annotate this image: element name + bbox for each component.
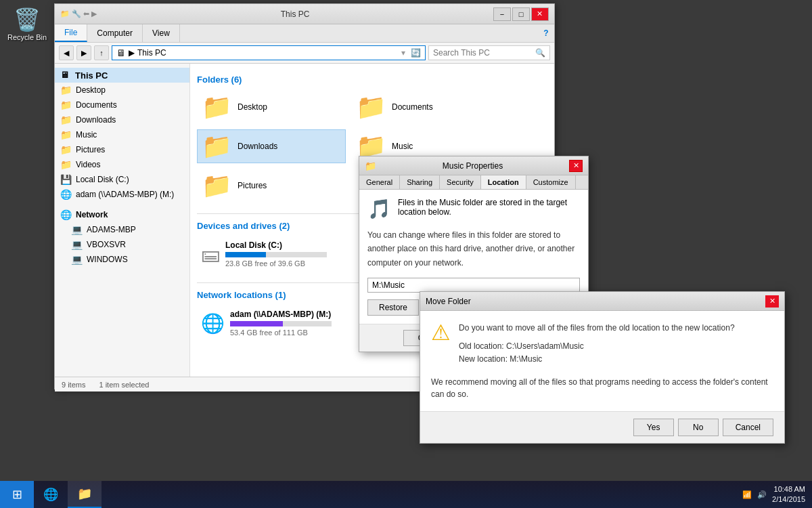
folder-icon-downloads: 📁 [202, 134, 232, 158]
search-icon: 🔍 [535, 48, 545, 58]
sidebar-section-network: 🌐 Network [55, 207, 189, 222]
drive-icon-c: 🖴 [201, 243, 220, 266]
new-location-value: New location: M:\Music [459, 354, 542, 364]
dialog-info-text: You can change where files in this folde… [367, 228, 580, 270]
forward-button[interactable]: ▶ [76, 45, 91, 60]
drive-info-m: adam (\\ADAMS-MBP) (M:) 53.4 GB free of … [230, 310, 342, 337]
sidebar-item-desktop[interactable]: 📁 Desktop [55, 83, 189, 98]
desktop: 🗑️ Recycle Bin 📁 🔧 ⬅ ▶ This PC − □ ✕ Fil… [0, 0, 812, 508]
tab-view[interactable]: View [143, 24, 180, 42]
tab-general[interactable]: General [359, 175, 400, 189]
mf-top-row: ⚠ Do you want to move all of the files f… [431, 322, 773, 366]
folder-icon-documents: 📁 [356, 95, 386, 119]
folder-icon-pictures: 📁 [202, 173, 232, 198]
network-icon: 🌐 [60, 209, 72, 220]
up-button[interactable]: ↑ [94, 45, 109, 60]
sidebar-item-thispc[interactable]: 🖥 This PC [55, 68, 189, 83]
network-drive-icon: 🌐 [60, 189, 72, 200]
tab-computer[interactable]: Computer [87, 24, 143, 42]
dialog-top-row: 🎵 Files in the Music folder are stored i… [367, 198, 580, 220]
taskbar-time: 10:48 AM [772, 484, 805, 494]
computer-network-icon: 💻 [71, 224, 83, 235]
folder-icon: 📁 [60, 129, 72, 140]
drive-item-m[interactable]: 🌐 adam (\\ADAMS-MBP) (M:) 53.4 GB free o… [197, 305, 346, 341]
taskbar-clock: 10:48 AM 2/14/2015 [772, 484, 805, 505]
move-folder-title: Move Folder [426, 297, 471, 306]
back-button[interactable]: ◀ [59, 45, 74, 60]
tab-sharing[interactable]: Sharing [400, 175, 440, 189]
drive-item-c[interactable]: 🖴 Local Disk (C:) 23.8 GB free of 39.6 G… [197, 236, 346, 272]
folder-icon-music: 📁 [356, 134, 386, 158]
tab-file[interactable]: File [55, 24, 87, 42]
minimize-button[interactable]: − [493, 7, 511, 21]
computer-icon: 🖥 [60, 70, 71, 81]
folders-section-title: Folders (6) [197, 75, 547, 85]
drive-info-c: Local Disk (C:) 23.8 GB free of 39.6 GB [225, 240, 342, 268]
close-button[interactable]: ✕ [531, 7, 549, 21]
help-button[interactable]: ? [538, 24, 554, 42]
computer-network-icon: 💻 [71, 239, 83, 250]
warning-icon: ⚠ [431, 322, 451, 343]
dialog-description: Files in the Music folder are stored in … [398, 198, 567, 217]
move-folder-dialog: Move Folder ✕ ⚠ Do you want to move all … [420, 291, 785, 444]
recycle-bin-icon-image: 🗑️ [7, 7, 47, 33]
sidebar-item-networkdrive[interactable]: 🌐 adam (\\ADAMS-MBP) (M:) [55, 187, 189, 202]
sidebar-item-videos[interactable]: 📁 Videos [55, 157, 189, 172]
tab-customize[interactable]: Customize [526, 175, 576, 189]
sidebar-item-pictures[interactable]: 📁 Pictures [55, 142, 189, 157]
drive-icon: 💾 [60, 174, 72, 185]
sidebar-item-documents[interactable]: 📁 Documents [55, 98, 189, 112]
folder-icon-desktop: 📁 [202, 95, 232, 119]
drive-bar-bg-c [225, 252, 327, 257]
maximize-button[interactable]: □ [512, 7, 530, 21]
taskbar: ⊞ 🌐 📁 📶 🔊 10:48 AM 2/14/2015 [0, 481, 812, 508]
music-props-tabs: General Sharing Security Location Custom… [359, 175, 588, 190]
ribbon-tabs: File Computer View ? [55, 24, 554, 42]
address-path[interactable]: 🖥 ▶ This PC ▾ 🔄 [112, 45, 426, 60]
music-props-titlebar: 📁 Music Properties ✕ [359, 156, 588, 175]
sidebar-item-music[interactable]: 📁 Music [55, 127, 189, 142]
folder-icon: 📁 [60, 100, 72, 110]
taskbar-date: 2/14/2015 [772, 494, 805, 505]
mf-recommend-text: We recommend moving all of the files so … [431, 376, 773, 400]
location-path-input[interactable] [367, 278, 580, 293]
start-button[interactable]: ⊞ [0, 481, 34, 508]
taskbar-explorer-button[interactable]: 📁 [68, 481, 102, 508]
recycle-bin-icon[interactable]: 🗑️ Recycle Bin [7, 7, 47, 42]
yes-button[interactable]: Yes [633, 419, 674, 436]
tab-location[interactable]: Location [481, 175, 526, 189]
search-input[interactable] [433, 48, 533, 58]
folder-icon: 📁 [60, 114, 72, 125]
explorer-title: This PC [281, 9, 310, 19]
move-folder-body: ⚠ Do you want to move all of the files f… [420, 311, 784, 411]
restore-button[interactable]: Restore [367, 299, 419, 316]
computer-network-icon: 💻 [71, 254, 83, 265]
folder-item-desktop[interactable]: 📁 Desktop [197, 90, 346, 124]
folder-item-downloads[interactable]: 📁 Downloads [197, 129, 346, 163]
ribbon: File Computer View ? [55, 24, 554, 43]
sidebar-item-vboxsvr[interactable]: 💻 VBOXSVR [55, 237, 189, 252]
status-items: 9 items [62, 381, 85, 389]
move-folder-titlebar: Move Folder ✕ [420, 292, 784, 311]
recycle-bin-label: Recycle Bin [7, 33, 47, 41]
drive-bar-fill-m [230, 321, 283, 326]
mf-question: Do you want to move all of the files fro… [459, 322, 735, 366]
folder-item-pictures[interactable]: 📁 Pictures [197, 169, 346, 203]
folder-item-documents[interactable]: 📁 Documents [351, 90, 500, 124]
taskbar-ie-button[interactable]: 🌐 [34, 481, 68, 508]
taskbar-network-icon: 📶 [742, 490, 752, 499]
tab-security[interactable]: Security [440, 175, 481, 189]
sidebar-item-localdisk[interactable]: 💾 Local Disk (C:) [55, 172, 189, 187]
taskbar-sound-icon: 🔊 [757, 490, 767, 499]
sidebar: 🖥 This PC 📁 Desktop 📁 Documents 📁 Downlo… [55, 64, 190, 377]
move-folder-close-button[interactable]: ✕ [765, 295, 779, 308]
explorer-titlebar: 📁 🔧 ⬅ ▶ This PC − □ ✕ [55, 4, 554, 24]
drive-bar-fill-c [225, 252, 266, 257]
music-props-close-button[interactable]: ✕ [569, 160, 583, 172]
search-box: 🔍 [428, 45, 550, 60]
mf-cancel-button[interactable]: Cancel [723, 419, 773, 436]
sidebar-item-windows[interactable]: 💻 WINDOWS [55, 252, 189, 267]
sidebar-item-adamsmbp[interactable]: 💻 ADAMS-MBP [55, 222, 189, 237]
sidebar-item-downloads[interactable]: 📁 Downloads [55, 112, 189, 127]
no-button[interactable]: No [678, 419, 719, 436]
